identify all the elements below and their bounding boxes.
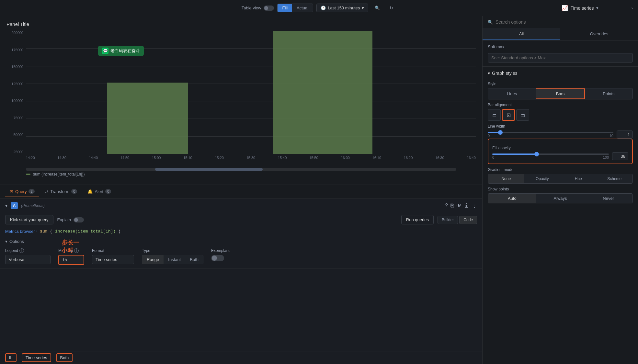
legend-text: sum (increase(item_total[1h])) — [33, 172, 85, 176]
bottom-tab-both[interactable]: Both — [56, 353, 73, 362]
tab-transform-badge: 0 — [71, 189, 77, 194]
style-lines-button[interactable]: Lines — [488, 88, 536, 99]
tab-alert-badge: 0 — [105, 189, 111, 194]
query-letter-a: A — [11, 202, 18, 209]
x-label-1640: 16:40 — [467, 156, 476, 160]
refresh-icon[interactable]: ↻ — [386, 6, 396, 10]
gradient-hue-button[interactable]: Hue — [560, 174, 597, 183]
bottom-tab-ts-label: Time series — [26, 355, 47, 360]
exemplars-toggle[interactable] — [211, 255, 224, 261]
panel-type-selector[interactable]: 📈 Time series ▾ — [555, 0, 626, 16]
style-points-button[interactable]: Points — [585, 88, 632, 99]
toolbar-center: Table view Fill Actual 🕐 Last 150 minute… — [242, 4, 396, 12]
copy-icon[interactable]: ⎘ — [450, 203, 454, 209]
tab-query[interactable]: ⊡ Query 2 — [5, 187, 39, 197]
datasource-label: (Prometheus) — [21, 203, 45, 208]
tab-alert[interactable]: 🔔 Alert 0 — [83, 187, 116, 197]
bar-align-right-button[interactable]: ⊐ — [516, 109, 529, 121]
metrics-browser-row: Metrics browser › sum ( increase(item_to… — [0, 227, 482, 236]
graph-styles-header[interactable]: ▾ Graph styles — [483, 67, 638, 78]
metrics-browser-button[interactable]: Metrics browser › — [5, 229, 37, 234]
min-step-input[interactable] — [58, 255, 84, 265]
fill-opacity-label: Fill opacity — [492, 146, 628, 150]
search-options-input[interactable] — [496, 19, 633, 25]
clock-icon: 🕐 — [321, 6, 326, 10]
explain-toggle[interactable] — [74, 217, 84, 222]
bottom-tab-time-series[interactable]: Time series — [22, 353, 51, 362]
scrollbar-thumb[interactable] — [155, 168, 263, 171]
type-instant-button[interactable]: Instant — [164, 255, 185, 264]
expand-panel-icon[interactable]: › — [626, 0, 638, 16]
graph-styles-body: Style Lines Bars Points Bar alignment ⊏ … — [483, 82, 638, 207]
tab-query-label: Query — [15, 189, 27, 194]
query-text-input[interactable]: sum ( increase(item_total[1h]) ) — [40, 229, 121, 234]
kickstart-button[interactable]: Kick start your query — [5, 215, 53, 224]
fill-button[interactable]: Fill — [278, 4, 292, 12]
chart-container: 200000 175000 150000 125000 100000 75000… — [6, 31, 476, 167]
legend-select[interactable]: Verbose — [5, 255, 51, 264]
tab-alert-icon: 🔔 — [87, 189, 93, 194]
y-label-150000: 150000 — [11, 65, 23, 69]
fill-opacity-value-input[interactable] — [612, 152, 628, 160]
x-label-1600: 16:00 — [341, 156, 350, 160]
query-tabs: ⊡ Query 2 ⇄ Transform 0 🔔 Alert 0 — [0, 185, 482, 199]
soft-max-section: Soft max — [483, 40, 638, 67]
fill-opacity-thumb[interactable] — [534, 152, 539, 156]
builder-button[interactable]: Builder — [438, 216, 458, 224]
chart-scrollbar[interactable] — [26, 168, 456, 171]
show-points-auto-button[interactable]: Auto — [488, 194, 536, 203]
help-icon[interactable]: ? — [445, 203, 448, 209]
gradient-opacity-button[interactable]: Opacity — [524, 174, 561, 183]
gradient-none-button[interactable]: None — [488, 174, 524, 183]
soft-max-input[interactable] — [488, 53, 633, 63]
bar-align-center-button[interactable]: ⊡ — [502, 109, 515, 121]
line-width-max-label: 10 — [610, 134, 613, 138]
zoom-out-icon[interactable]: 🔍 — [371, 6, 383, 10]
right-panel: 🔍 All Overrides Soft max ▾ Graph styles … — [483, 16, 638, 364]
x-label-1440: 14:40 — [89, 156, 98, 160]
run-queries-button[interactable]: Run queries — [401, 215, 434, 224]
explain-row: Explain — [57, 217, 84, 222]
bar-align-left-button[interactable]: ⊏ — [488, 109, 501, 121]
x-label-1510: 15:10 — [183, 156, 192, 160]
line-width-slider[interactable]: 0 10 — [488, 132, 613, 138]
legend-info-icon[interactable]: i — [19, 248, 24, 253]
bottom-tab-ih[interactable]: Ih — [5, 353, 17, 362]
table-view-toggle[interactable]: Table view — [242, 6, 274, 11]
tab-query-badge: 2 — [28, 189, 34, 194]
x-label-1620: 16:20 — [404, 156, 413, 160]
line-width-thumb[interactable] — [498, 130, 503, 135]
x-label-1430: 14:30 — [57, 156, 66, 160]
options-section: ▾ Options Legend i Verbose — [0, 236, 482, 268]
fill-opacity-slider[interactable]: 0 100 — [492, 154, 609, 159]
style-bars-button[interactable]: Bars — [536, 88, 585, 99]
delete-icon[interactable]: 🗑 — [464, 203, 469, 209]
show-points-always-button[interactable]: Always — [536, 194, 585, 203]
chart-area: Panel Title 200000 175000 150000 125000 … — [0, 16, 482, 185]
tab-transform[interactable]: ⇄ Transform 0 — [40, 187, 82, 197]
line-width-track — [488, 132, 613, 133]
graph-styles-collapse-icon: ▾ — [488, 71, 490, 76]
legend-color-dot — [26, 174, 30, 175]
type-both-button[interactable]: Both — [185, 255, 203, 264]
more-icon[interactable]: ⋮ — [472, 203, 477, 209]
time-range-picker[interactable]: 🕐 Last 150 minutes ▾ — [316, 4, 368, 12]
format-select[interactable]: Time series — [92, 255, 134, 264]
type-range-button[interactable]: Range — [142, 255, 164, 264]
eye-icon[interactable]: 👁 — [456, 203, 461, 209]
code-button[interactable]: Code — [459, 216, 477, 224]
collapse-button[interactable]: ▾ — [5, 203, 7, 208]
chart-bars: 💬 老白码农在奋斗 — [26, 31, 476, 154]
actual-button[interactable]: Actual — [292, 4, 313, 12]
table-view-switch[interactable] — [264, 6, 274, 11]
line-width-value-input[interactable] — [617, 131, 633, 139]
legend-option-group: Legend i Verbose — [5, 248, 51, 264]
y-label-125000: 125000 — [11, 82, 23, 86]
gradient-mode-label: Gradient mode — [488, 167, 633, 172]
tab-overrides[interactable]: Overrides — [560, 28, 638, 40]
gradient-scheme-button[interactable]: Scheme — [597, 174, 633, 183]
options-collapse-icon: ▾ — [5, 239, 7, 244]
tab-all[interactable]: All — [483, 28, 560, 40]
y-label-25000: 25000 — [13, 150, 23, 154]
show-points-never-button[interactable]: Never — [584, 194, 632, 203]
